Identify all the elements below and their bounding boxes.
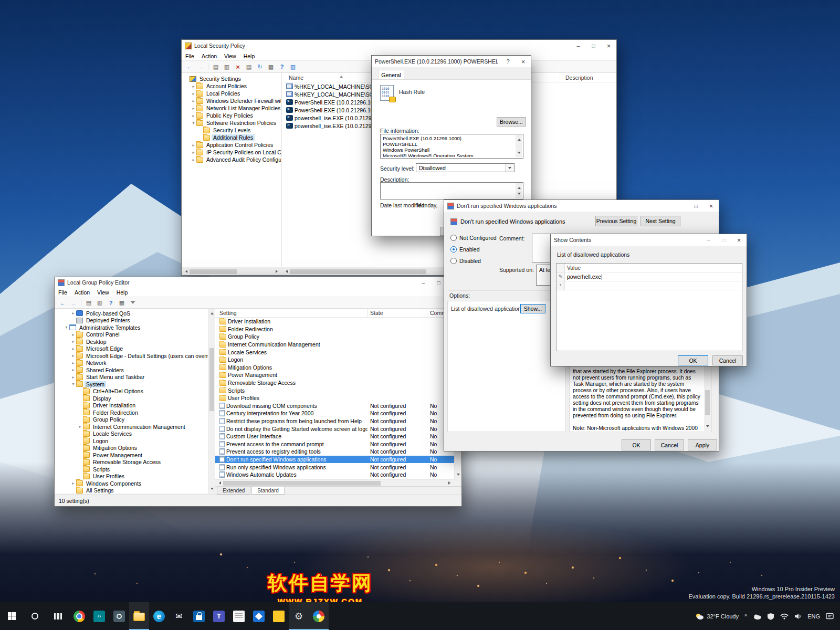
- setting-row[interactable]: Power Management: [215, 371, 454, 379]
- apply-button[interactable]: Apply: [688, 439, 717, 450]
- export-list-icon[interactable]: [211, 62, 220, 71]
- wifi-icon[interactable]: [780, 613, 789, 620]
- maximize-button[interactable]: [586, 40, 601, 51]
- store-icon[interactable]: [189, 602, 209, 630]
- tree-vertical-scrollbar[interactable]: [208, 309, 215, 494]
- tree-item[interactable]: ▸ Windows Defender Firewall with Adva...: [182, 97, 281, 104]
- tree-item[interactable]: ▸ Start Menu and Taskbar: [55, 374, 208, 381]
- tree-expander-icon[interactable]: ▸: [191, 143, 196, 148]
- next-setting-button[interactable]: Next Setting: [640, 216, 680, 226]
- scroll-down-icon[interactable]: [211, 488, 214, 491]
- tree-item[interactable]: User Profiles: [55, 473, 208, 480]
- start-button[interactable]: [0, 602, 23, 630]
- tree-item[interactable]: ▸ Advanced Audit Policy Configuration: [182, 156, 281, 163]
- scroll-down-icon[interactable]: [518, 152, 521, 155]
- tree-expander-icon[interactable]: ▸: [70, 368, 76, 372]
- dev-app-icon[interactable]: [89, 602, 109, 630]
- setting-row[interactable]: Locale Services: [215, 348, 454, 356]
- tree-item[interactable]: Logon: [55, 437, 208, 445]
- paint-icon[interactable]: [309, 602, 329, 630]
- scrollbar-thumb[interactable]: [190, 269, 237, 274]
- menu-item[interactable]: Action: [198, 53, 220, 59]
- tray-overflow-chevron-icon[interactable]: ^: [744, 613, 747, 620]
- notification-center-icon[interactable]: [826, 613, 834, 620]
- filter-icon[interactable]: [128, 299, 138, 307]
- tree-item[interactable]: ▸ Public Key Policies: [182, 112, 281, 119]
- tree-item[interactable]: ▸ Control Panel: [55, 331, 208, 339]
- list-view-icon[interactable]: [244, 62, 254, 71]
- setting-row[interactable]: Driver Installation: [215, 318, 454, 326]
- tree-expander-icon[interactable]: ▸: [70, 311, 76, 316]
- description-box[interactable]: [380, 182, 523, 200]
- weather-badge[interactable]: 32°F Cloudy: [695, 613, 739, 620]
- value-cell[interactable]: powerhell.exe: [565, 274, 742, 280]
- help-icon[interactable]: [277, 62, 287, 71]
- tree-expander-icon[interactable]: ▸: [70, 332, 76, 337]
- setting-row[interactable]: Custom User Interface Not configured No: [215, 433, 454, 440]
- radio-disabled[interactable]: Disabled: [450, 258, 481, 264]
- scroll-up-icon[interactable]: [211, 311, 214, 314]
- tree-item[interactable]: Folder Redirection: [55, 409, 208, 416]
- cancel-button[interactable]: Cancel: [655, 439, 684, 450]
- menu-item[interactable]: Action: [71, 289, 93, 296]
- camera-icon[interactable]: [109, 602, 129, 630]
- tree-item[interactable]: Ctrl+Alt+Del Options: [55, 388, 208, 395]
- chevron-down-icon[interactable]: [505, 164, 514, 172]
- tree-item[interactable]: ▸ Windows Components: [55, 480, 208, 487]
- setting-row[interactable]: Prevent access to registry editing tools…: [215, 448, 454, 456]
- tree-item[interactable]: ▸ Policy-based QoS: [55, 310, 208, 317]
- tree-item[interactable]: Group Policy: [55, 416, 208, 424]
- tree-expander-icon[interactable]: ▸: [191, 150, 196, 155]
- setting-row[interactable]: Logon: [215, 356, 454, 364]
- setting-row[interactable]: User Profiles: [215, 394, 454, 402]
- tree-expander-icon[interactable]: ▸: [191, 99, 196, 103]
- tree-expander-icon[interactable]: ▾: [191, 121, 196, 125]
- tree-item[interactable]: Locale Services: [55, 430, 208, 438]
- show-button[interactable]: Show...: [520, 304, 545, 313]
- scroll-left-icon[interactable]: [217, 481, 221, 485]
- context-help-button[interactable]: [500, 56, 516, 67]
- teams-icon[interactable]: [209, 602, 229, 630]
- view-tab[interactable]: Standard: [251, 487, 285, 495]
- tree-item[interactable]: Driver Installation: [55, 402, 208, 410]
- tree-expander-icon[interactable]: ▸: [191, 91, 196, 96]
- menu-item[interactable]: Help: [240, 53, 259, 59]
- tree-item[interactable]: ▸ Microsoft Edge - Default Settings (use…: [55, 352, 208, 360]
- tree-expander-icon[interactable]: ▸: [191, 158, 196, 162]
- tree-item[interactable]: Display: [55, 395, 208, 402]
- scrollbar-thumb[interactable]: [209, 348, 214, 411]
- radio-enabled[interactable]: Enabled: [450, 246, 480, 253]
- menu-item[interactable]: Help: [113, 289, 132, 296]
- sticky-notes-icon[interactable]: [269, 602, 289, 630]
- setting-row[interactable]: Run only specified Windows applications …: [215, 463, 454, 471]
- setting-row[interactable]: Do not display the Getting Started welco…: [215, 425, 454, 433]
- scroll-left-icon[interactable]: [284, 270, 288, 273]
- value-column-header[interactable]: Value: [565, 265, 742, 271]
- photos-icon[interactable]: [249, 602, 269, 630]
- menu-item[interactable]: File: [182, 53, 198, 59]
- tree-item[interactable]: Additional Rules: [182, 134, 281, 141]
- tree-expander-icon[interactable]: ▸: [77, 424, 83, 429]
- file-explorer-icon[interactable]: [129, 602, 149, 630]
- tree-item[interactable]: Power Management: [55, 452, 208, 459]
- ok-button[interactable]: OK: [678, 355, 708, 365]
- tree-expander-icon[interactable]: ▸: [191, 106, 196, 111]
- info-icon[interactable]: [288, 62, 298, 71]
- mail-icon[interactable]: [169, 602, 189, 630]
- language-indicator[interactable]: ENG: [807, 613, 820, 620]
- scroll-left-icon[interactable]: [184, 270, 187, 273]
- titlebar[interactable]: PowerShell.EXE (10.0.21296.1000) POWERSH…: [372, 56, 531, 67]
- maximize-button[interactable]: [688, 200, 704, 212]
- menu-item[interactable]: View: [220, 53, 240, 59]
- cancel-button[interactable]: Cancel: [712, 355, 743, 365]
- close-button[interactable]: [704, 200, 719, 212]
- settings-icon[interactable]: [289, 602, 309, 630]
- titlebar[interactable]: Local Security Policy: [182, 40, 616, 51]
- column-state[interactable]: State: [368, 309, 427, 317]
- security-shield-icon[interactable]: [767, 613, 774, 620]
- titlebar[interactable]: Don't run specified Windows applications: [444, 200, 719, 212]
- scroll-down-icon[interactable]: [706, 425, 709, 429]
- tree-item[interactable]: Security Settings: [182, 75, 281, 82]
- tree-item[interactable]: ▸ Account Policies: [182, 82, 281, 90]
- value-row[interactable]: *: [556, 281, 742, 290]
